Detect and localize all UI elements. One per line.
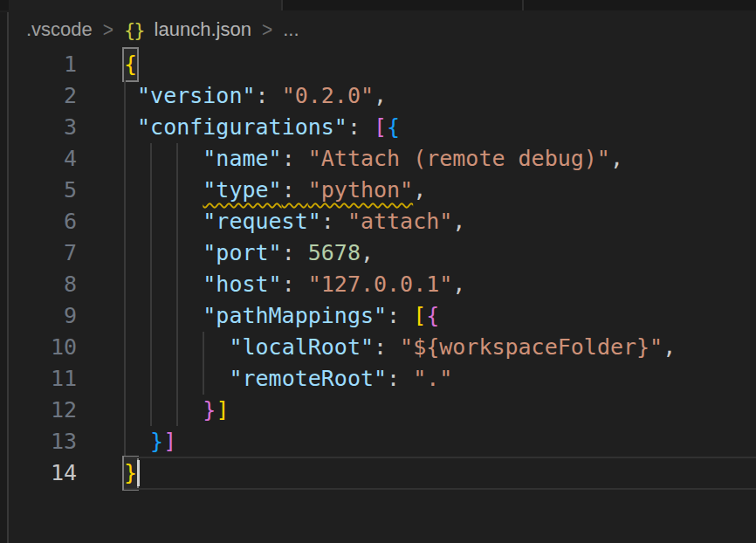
code-text[interactable]: "version": "0.2.0", [124, 80, 387, 112]
code-text[interactable]: "localRoot": "${workspaceFolder}", [124, 332, 676, 363]
line-number[interactable]: 4 [9, 143, 77, 175]
indent-guide [124, 363, 126, 395]
active-tab-edge[interactable] [9, 0, 281, 10]
code-token: : [321, 209, 347, 234]
line-number[interactable]: 5 [9, 175, 77, 206]
line-number[interactable]: 1 [9, 49, 77, 80]
indent-guide [203, 363, 204, 395]
code-token [124, 303, 203, 328]
code-token: "type" [203, 177, 281, 203]
indent-guide [150, 332, 152, 363]
code-token: : [256, 83, 282, 108]
line-number[interactable]: 14 [9, 457, 77, 489]
code-token: , [663, 334, 676, 360]
code-line[interactable]: 1{ [9, 49, 756, 80]
chevron-right-icon: > [262, 17, 272, 42]
code-token: , [413, 177, 426, 203]
code-token [124, 114, 137, 140]
breadcrumb-file[interactable]: launch.json [155, 18, 251, 41]
indent-guide [124, 332, 126, 363]
code-token: "version" [137, 83, 255, 108]
line-number[interactable]: 2 [9, 80, 77, 112]
line-number[interactable]: 8 [9, 269, 77, 300]
code-token: "port" [203, 240, 281, 265]
code-line[interactable]: 8 "host": "127.0.0.1", [9, 269, 756, 300]
line-number[interactable]: 6 [9, 206, 77, 237]
code-line[interactable]: 5 "type": "python", [9, 175, 756, 206]
code-text[interactable]: }] [124, 395, 229, 426]
indent-guide [124, 300, 126, 332]
code-token: : [387, 303, 413, 328]
code-text[interactable]: "configurations": [{ [124, 112, 400, 143]
code-editor[interactable]: 1{2 "version": "0.2.0",3 "configurations… [9, 49, 756, 543]
code-text[interactable]: "request": "attach", [124, 206, 465, 237]
code-line[interactable]: 10 "localRoot": "${workspaceFolder}", [9, 332, 756, 363]
code-text[interactable]: "pathMappings": [{ [124, 300, 439, 332]
indent-guide [150, 175, 152, 206]
line-number[interactable]: 13 [9, 426, 77, 457]
code-token: : [347, 114, 374, 140]
code-line[interactable]: 2 "version": "0.2.0", [9, 80, 756, 112]
breadcrumb: .vscode > {} launch.json > ... [9, 10, 756, 49]
indent-guide [150, 395, 152, 426]
warning-squiggle: "type": "python" [203, 177, 413, 203]
indent-guide [124, 143, 126, 175]
code-token: "127.0.0.1" [308, 272, 453, 297]
code-line[interactable]: 6 "request": "attach", [9, 206, 756, 237]
line-number[interactable]: 10 [9, 332, 77, 363]
line-number[interactable]: 3 [9, 112, 77, 143]
code-token: "remoteRoot" [229, 366, 387, 391]
code-token [124, 177, 203, 203]
code-text[interactable]: }] [124, 426, 176, 457]
code-line[interactable]: 11 "remoteRoot": "." [9, 363, 756, 395]
code-token: "configurations" [137, 114, 347, 140]
code-token: "0.2.0" [282, 83, 374, 108]
indent-guide [150, 300, 152, 332]
line-number[interactable]: 7 [9, 237, 77, 269]
code-token [124, 272, 203, 297]
code-token [124, 240, 203, 265]
code-token: : [374, 334, 400, 360]
code-token: : [282, 177, 308, 203]
code-line[interactable]: 14} [9, 457, 756, 489]
code-text[interactable]: } [124, 457, 137, 489]
breadcrumb-more[interactable]: ... [283, 18, 299, 41]
line-number[interactable]: 11 [9, 363, 77, 395]
code-token: ] [216, 397, 229, 423]
breadcrumb-folder[interactable]: .vscode [26, 18, 93, 41]
tab-separator [281, 0, 283, 10]
code-text[interactable]: "host": "127.0.0.1", [124, 269, 465, 300]
line-number[interactable]: 9 [9, 300, 77, 332]
indent-guide [124, 426, 126, 457]
code-token: } [203, 397, 216, 423]
line-number[interactable]: 12 [9, 395, 77, 426]
indent-guide [176, 395, 178, 426]
indent-guide [150, 206, 152, 237]
code-line[interactable]: 4 "name": "Attach (remote debug)", [9, 143, 756, 175]
code-text[interactable]: { [124, 49, 137, 80]
code-token: 5678 [308, 240, 361, 265]
code-text[interactable]: "name": "Attach (remote debug)", [124, 143, 623, 175]
code-token: "${workspaceFolder}" [400, 334, 663, 360]
code-text[interactable]: "type": "python", [124, 175, 426, 206]
code-token: , [361, 240, 374, 265]
bracket-match: } [124, 457, 137, 489]
code-line[interactable]: 12 }] [9, 395, 756, 426]
indent-guide [124, 112, 126, 143]
indent-guide [124, 237, 126, 269]
code-line[interactable]: 3 "configurations": [{ [9, 112, 756, 143]
indent-guide [176, 363, 178, 395]
bracket-match: { [124, 49, 137, 80]
code-text[interactable]: "port": 5678, [124, 237, 374, 269]
code-token: "." [413, 366, 452, 391]
code-line[interactable]: 13 }] [9, 426, 756, 457]
code-token: { [426, 303, 439, 328]
indent-guide [176, 175, 178, 206]
code-line[interactable]: 7 "port": 5678, [9, 237, 756, 269]
code-text[interactable]: "remoteRoot": "." [124, 363, 452, 395]
code-token [124, 429, 150, 454]
code-token [124, 397, 203, 423]
tab-separator [522, 0, 524, 10]
code-line[interactable]: 9 "pathMappings": [{ [9, 300, 756, 332]
code-token: "request" [203, 209, 320, 234]
